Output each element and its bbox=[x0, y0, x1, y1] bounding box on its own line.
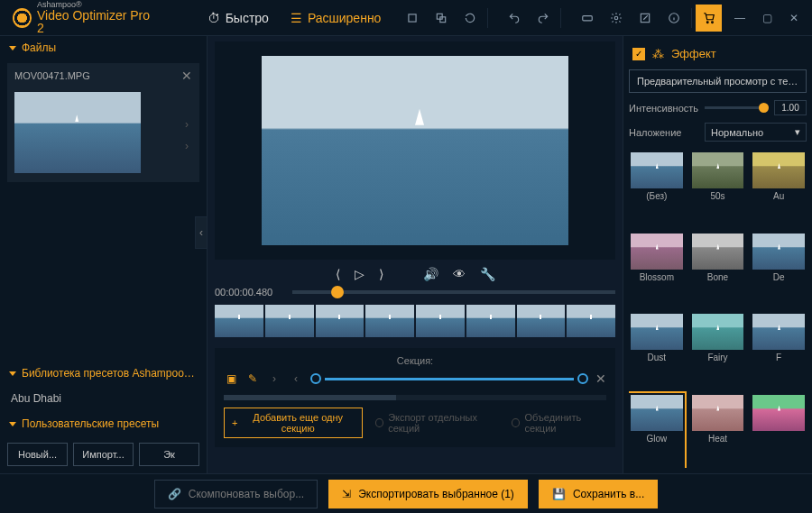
effect-enable-checkbox[interactable]: ✓ bbox=[632, 48, 645, 60]
sidebar-right: ✓ ⁂ Эффект Предварительный просмотр с те… bbox=[623, 36, 812, 473]
vr-icon[interactable] bbox=[574, 5, 601, 32]
toolbar-copy-icon[interactable] bbox=[428, 5, 455, 32]
redo-icon[interactable] bbox=[530, 5, 557, 32]
bottombar: 🔗 Скомпоновать выбор... ⇲ Экспортировать… bbox=[0, 473, 812, 513]
section-crop-icon[interactable]: ▣ bbox=[224, 372, 238, 385]
intensity-value[interactable]: 1.00 bbox=[774, 100, 807, 115]
filmstrip-frame[interactable] bbox=[567, 305, 615, 337]
section-start-handle[interactable] bbox=[310, 373, 321, 384]
visibility-button[interactable]: 👁 bbox=[453, 267, 466, 281]
effect-swatch bbox=[752, 234, 805, 270]
effect-tile[interactable]: F bbox=[751, 312, 807, 388]
effect-tile[interactable]: Bone bbox=[690, 232, 746, 307]
toolbar-rotate-icon[interactable] bbox=[457, 5, 484, 32]
sidebar-collapse-handle[interactable]: ‹ bbox=[195, 216, 208, 249]
effect-tile[interactable]: Heat bbox=[690, 393, 746, 469]
save-button[interactable]: 💾 Сохранить в... bbox=[539, 480, 658, 508]
effect-swatch bbox=[692, 152, 744, 188]
filmstrip-frame[interactable] bbox=[517, 305, 566, 337]
mode-fast[interactable]: ⏱ Быстро bbox=[198, 5, 278, 31]
svg-point-8 bbox=[711, 21, 713, 23]
user-presets-header[interactable]: Пользовательские пресеты bbox=[0, 412, 207, 435]
file-item[interactable]: MOV00471.MPG ✕ › › bbox=[7, 63, 199, 182]
overlay-select[interactable]: Нормально ▾ bbox=[705, 123, 807, 142]
merge-sections-radio[interactable]: Объединить секции bbox=[512, 412, 606, 434]
effect-name-label: (Без) bbox=[646, 191, 667, 201]
effect-swatch bbox=[692, 395, 744, 431]
effect-tile[interactable]: 50s bbox=[690, 151, 746, 226]
effect-name-label: Fairy bbox=[707, 353, 727, 362]
effect-swatch bbox=[631, 152, 683, 188]
toolbar-crop-icon[interactable] bbox=[399, 5, 426, 32]
timeline-playhead[interactable] bbox=[331, 286, 344, 298]
play-button[interactable]: ▷ bbox=[355, 267, 364, 281]
section-scrollbar[interactable] bbox=[224, 395, 606, 400]
effect-tile[interactable]: Fairy bbox=[690, 312, 746, 388]
filmstrip-frame[interactable] bbox=[215, 305, 263, 337]
effect-name-label: Blossom bbox=[640, 272, 674, 282]
filmstrip-frame[interactable] bbox=[466, 305, 515, 337]
filmstrip-frame[interactable] bbox=[416, 305, 465, 337]
section-edit-icon[interactable]: ✎ bbox=[245, 372, 260, 385]
effect-name-label: F bbox=[776, 353, 781, 362]
prev-frame-button[interactable]: ⟨ bbox=[336, 267, 340, 281]
effect-tile[interactable]: Blossom bbox=[629, 232, 685, 307]
file-remove-button[interactable]: ✕ bbox=[181, 69, 192, 83]
close-button[interactable]: ✕ bbox=[781, 5, 807, 31]
effect-swatch bbox=[631, 395, 683, 431]
compose-button[interactable]: 🔗 Скомпоновать выбор... bbox=[154, 480, 318, 508]
chevron-right-icon[interactable]: › bbox=[185, 140, 189, 152]
info-icon[interactable] bbox=[660, 5, 687, 32]
intensity-slider-thumb[interactable] bbox=[759, 103, 769, 113]
video-preview[interactable] bbox=[262, 56, 568, 245]
add-section-button[interactable]: + Добавить еще одну секцию bbox=[224, 408, 363, 438]
effect-tile[interactable]: De bbox=[751, 232, 807, 307]
center-panel: ⟨ ▷ ⟩ 🔊 👁 🔧 00:00:00.480 bbox=[208, 36, 623, 473]
section-end-handle[interactable] bbox=[577, 373, 588, 384]
effect-swatch bbox=[752, 395, 805, 431]
sliders-icon: ☰ bbox=[291, 11, 302, 25]
effect-tile[interactable] bbox=[751, 393, 807, 469]
next-frame-button[interactable]: ⟩ bbox=[379, 267, 383, 281]
filmstrip-frame[interactable] bbox=[365, 305, 414, 337]
effect-name-label: De bbox=[773, 272, 785, 282]
section-range-track[interactable] bbox=[310, 373, 588, 384]
preset-item[interactable]: Abu Dhabi bbox=[0, 385, 207, 412]
video-preview-container bbox=[215, 41, 615, 260]
filmstrip[interactable] bbox=[215, 303, 615, 343]
effect-tile[interactable]: Glow bbox=[629, 393, 685, 469]
mode-advanced[interactable]: ☰ Расширенно bbox=[281, 5, 391, 31]
effect-swatch bbox=[692, 234, 744, 270]
intensity-slider[interactable] bbox=[705, 106, 769, 109]
effect-name-label: Bone bbox=[707, 272, 728, 282]
new-preset-button[interactable]: Новый... bbox=[7, 443, 68, 466]
volume-button[interactable]: 🔊 bbox=[423, 267, 438, 281]
export-selected-button[interactable]: ⇲ Экспортировать выбранное (1) bbox=[328, 480, 528, 508]
filmstrip-frame[interactable] bbox=[316, 305, 364, 337]
timeline-track[interactable] bbox=[292, 290, 615, 294]
svg-rect-0 bbox=[409, 14, 416, 21]
export-separate-radio[interactable]: Экспорт отдельных секций bbox=[375, 412, 499, 434]
effect-tile[interactable]: Dust bbox=[629, 312, 685, 388]
preview-frame-button[interactable]: Предварительный просмотр с текущим к... bbox=[629, 69, 807, 93]
minimize-button[interactable]: — bbox=[727, 5, 752, 31]
effect-tile[interactable]: Au bbox=[751, 151, 807, 226]
filmstrip-frame[interactable] bbox=[265, 305, 314, 337]
tools-button[interactable]: 🔧 bbox=[480, 267, 495, 281]
undo-icon[interactable] bbox=[501, 5, 528, 32]
import-preset-button[interactable]: Импорт... bbox=[73, 443, 134, 466]
edit-icon[interactable] bbox=[632, 5, 659, 32]
settings-icon[interactable] bbox=[603, 5, 630, 32]
section-next-icon[interactable]: › bbox=[267, 372, 281, 385]
section-remove-button[interactable]: ✕ bbox=[595, 371, 606, 386]
section-prev-icon[interactable]: ‹ bbox=[289, 372, 303, 385]
export-icon: ⇲ bbox=[342, 488, 351, 500]
cart-button[interactable] bbox=[696, 5, 722, 32]
export-preset-button[interactable]: Эк bbox=[139, 443, 199, 466]
chevron-right-icon[interactable]: › bbox=[185, 118, 189, 131]
chevron-down-icon bbox=[9, 371, 16, 376]
effect-tile[interactable]: (Без) bbox=[629, 151, 685, 226]
preset-library-header[interactable]: Библиотека пресетов Ashampoo Video bbox=[0, 362, 207, 385]
files-panel-header[interactable]: Файлы bbox=[0, 36, 207, 60]
maximize-button[interactable]: ▢ bbox=[754, 5, 780, 31]
